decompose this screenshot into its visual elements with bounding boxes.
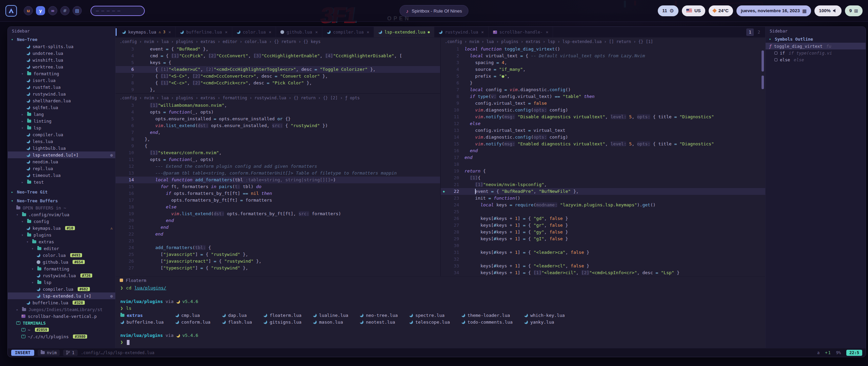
tree-item[interactable]: lens.lua bbox=[8, 138, 115, 145]
outline-symbol[interactable]: ƒtoggle_diag_virtextfu bbox=[766, 43, 866, 49]
tree-item[interactable]: compiler.lua#682 bbox=[8, 286, 115, 292]
code-line[interactable]: 33 keys[#keys + 1] = { "<leader>cl", fal… bbox=[441, 263, 765, 269]
code-line[interactable]: 4 cmd = { [1]"CccPick", [2]"CccConvert",… bbox=[116, 53, 440, 59]
code-line[interactable]: 18 bbox=[441, 161, 765, 168]
code-area[interactable]: 3 [1]"williamboman/mason.nvim",4 opts = … bbox=[116, 102, 440, 276]
code-line[interactable]: 9 }, bbox=[116, 86, 440, 93]
code-line[interactable]: 19return { bbox=[441, 168, 765, 175]
workspace-button[interactable]: y bbox=[36, 6, 45, 15]
code-line[interactable]: 8 if type(v: config.virtual_text) == "ta… bbox=[441, 93, 765, 100]
volume-widget[interactable]: 100% bbox=[814, 5, 842, 16]
code-line[interactable]: 14 local function add_formatters(tbl :ta… bbox=[116, 177, 440, 183]
buffer-tab[interactable]: scrollbar-handle-× bbox=[489, 27, 553, 37]
close-icon[interactable]: × bbox=[269, 29, 272, 35]
code-line[interactable]: 5 keys = { bbox=[116, 59, 440, 66]
code-line[interactable]: 24 add_formatters(tbl: { bbox=[116, 244, 440, 251]
code-line[interactable]: 3 [1]"williamboman/mason.nvim", bbox=[116, 102, 440, 109]
code-area[interactable]: 3 event = { "BufRead" },4 cmd = { [1]"Cc… bbox=[116, 46, 440, 93]
code-line[interactable]: 20 [1]{ bbox=[441, 175, 765, 181]
code-line[interactable]: 23 bbox=[116, 238, 440, 244]
code-line[interactable]: 21 [1]"neovim/nvim-lspconfig", bbox=[441, 181, 765, 188]
code-line[interactable]: 25 bbox=[441, 208, 765, 215]
code-line[interactable]: 32 bbox=[441, 256, 765, 263]
code-line[interactable]: 17end bbox=[441, 154, 765, 161]
code-line[interactable]: 21 end bbox=[116, 224, 440, 231]
tree-item[interactable]: ▸Juegos/Indies/SteamLibrary/st bbox=[8, 306, 115, 313]
tree-item[interactable]: undotree.lua bbox=[8, 50, 115, 57]
code-line[interactable]: 28 keys[#keys + 1] = { "gy", false } bbox=[441, 229, 765, 236]
workspace-button[interactable]: u bbox=[24, 6, 33, 15]
code-line[interactable]: 6 { [1]"<leader>uC", [2]"<cmd>CccHighlig… bbox=[116, 66, 440, 73]
code-line[interactable]: 13 ---@param tbl table<string, conform.F… bbox=[116, 170, 440, 177]
tree-item[interactable]: TERMINALS bbox=[8, 320, 115, 326]
tree-item[interactable]: rustfmt.lua bbox=[8, 84, 115, 90]
code-line[interactable]: 16 end bbox=[441, 147, 765, 154]
tree-item[interactable]: worktree.lua bbox=[8, 63, 115, 70]
code-line[interactable]: 18 else bbox=[116, 204, 440, 210]
code-line[interactable]: 8 }, bbox=[116, 136, 440, 143]
code-line[interactable]: 22 end bbox=[116, 231, 440, 238]
workspace-button[interactable]: ∞ bbox=[48, 6, 57, 15]
tree-item[interactable]: ▾formatting bbox=[8, 265, 115, 272]
close-icon[interactable]: × bbox=[481, 29, 484, 35]
tree-item[interactable]: lsp-extended.lu [+]◎ bbox=[8, 292, 115, 299]
tree-item[interactable]: timeout.lua bbox=[8, 172, 115, 179]
close-icon[interactable]: × bbox=[169, 29, 171, 35]
tree-item[interactable]: lightbulb.lua bbox=[8, 145, 115, 151]
buffer-tab[interactable]: github.lua× bbox=[276, 27, 322, 37]
code-line[interactable]: 31 keys[#keys + 1] = { "<leader>ca", fal… bbox=[441, 249, 765, 256]
scrollbar-handle[interactable] bbox=[762, 50, 764, 72]
code-line[interactable]: 3 event = { "BufRead" }, bbox=[116, 46, 440, 53]
updates-widget[interactable]: 11 ⚙ bbox=[658, 5, 678, 16]
code-line[interactable]: 7 { [1]"<S-C>", [2]"<cmd>CccConvert<cr>"… bbox=[116, 73, 440, 80]
code-line[interactable]: 26 ["javascriptreact"] = { "rustywind" }… bbox=[116, 258, 440, 265]
tree-item[interactable]: ▾.config/nvim/lua bbox=[8, 211, 115, 218]
editor-pane-rustywind-lua[interactable]: .config › nvim › lua › plugins › extras … bbox=[116, 94, 440, 276]
code-line[interactable]: 12 --- Extend the conform plugin config … bbox=[116, 163, 440, 170]
now-playing-widget[interactable]: ♪ Spiritbox - Rule Of Nines bbox=[399, 5, 468, 17]
buffer-tab[interactable]: keymaps.lua⚠ 3× bbox=[118, 27, 176, 37]
close-icon[interactable]: × bbox=[546, 29, 549, 35]
tree-item[interactable]: ▸lang bbox=[8, 111, 115, 118]
buffer-tab[interactable]: bufferline.lua× bbox=[176, 27, 232, 37]
workspace-button[interactable]: ▤ bbox=[73, 6, 82, 15]
buffer-tab[interactable]: compiler.lua× bbox=[322, 27, 374, 37]
tree-item[interactable]: ▸linting bbox=[8, 118, 115, 124]
symbols-outline-header[interactable]: ▾ Symbols Outline bbox=[766, 36, 866, 43]
code-line[interactable]: 11 vim.notify(msg: "Disable diagnostics … bbox=[441, 114, 765, 120]
workspace-button[interactable]: # bbox=[60, 6, 70, 15]
tree-item[interactable]: winshift.lua bbox=[8, 57, 115, 63]
weather-widget[interactable]: 24°C bbox=[709, 5, 733, 16]
buffer-tab[interactable]: color.lua× bbox=[232, 27, 276, 37]
code-line[interactable]: 27 keys[#keys + 1] = { "gr", false } bbox=[441, 222, 765, 229]
neotree-buffers-header[interactable]: ▾ Neo-Tree Buffers bbox=[8, 197, 115, 204]
tree-item[interactable]: ▾editor bbox=[8, 245, 115, 252]
tree-item[interactable]: ▾config bbox=[8, 218, 115, 225]
tree-item[interactable]: neodim.lua bbox=[8, 158, 115, 165]
tree-item[interactable]: ~#2859 bbox=[8, 326, 115, 333]
neotree-git-header[interactable]: ▸ Neo-Tree Git bbox=[8, 188, 115, 196]
code-line[interactable]: 15 vim.notify(msg: "Enabled diagnostics … bbox=[441, 141, 765, 147]
code-line[interactable]: 25 ["javascript"] = { "rustywind" }, bbox=[116, 251, 440, 258]
code-line[interactable]: 12 else bbox=[441, 120, 765, 127]
tree-item[interactable]: isort.lua bbox=[8, 77, 115, 84]
code-line[interactable]: 2 local virtual_text = { -- Default virt… bbox=[441, 53, 765, 59]
code-line[interactable]: 10 vim.diagnostic.config(opts: config) bbox=[441, 107, 765, 114]
tree-item[interactable]: ▸test bbox=[8, 179, 115, 185]
code-line[interactable]: 17 opts.formatters_by_ft[ft] = formatter… bbox=[116, 197, 440, 204]
tree-item[interactable]: rustywind.lua bbox=[8, 90, 115, 97]
code-line[interactable]: 3 spacing = 4, bbox=[441, 59, 765, 66]
code-line[interactable]: 27 ["typescript"] = { "rustywind" }, bbox=[116, 265, 440, 271]
code-line[interactable]: 15 for ft, formatters in pairs(t: tbl) d… bbox=[116, 183, 440, 190]
tree-item[interactable]: scrollbar-handle-vertical.p bbox=[8, 313, 115, 320]
tree-item[interactable]: ▾extras bbox=[8, 238, 115, 245]
code-line[interactable]: 4 opts = function(_, opts) bbox=[116, 109, 440, 116]
code-line[interactable]: 1local function toggle_diag_virtext() bbox=[441, 46, 765, 53]
tree-item[interactable]: lsp-extended.lu[+]◎ bbox=[8, 151, 115, 158]
tree-item[interactable]: github.lua#654 bbox=[8, 259, 115, 265]
tree-item[interactable]: rustywind.lua#726 bbox=[8, 272, 115, 279]
launcher-button[interactable] bbox=[5, 5, 17, 17]
code-line[interactable]: 8 { [1]"<C-c>", [2]"<cmd>CccPick<cr>", d… bbox=[116, 80, 440, 86]
code-line[interactable]: 14 vim.diagnostic.config(opts: config) bbox=[441, 134, 765, 141]
code-line[interactable]: 11 opts = function(_, opts) bbox=[116, 156, 440, 163]
